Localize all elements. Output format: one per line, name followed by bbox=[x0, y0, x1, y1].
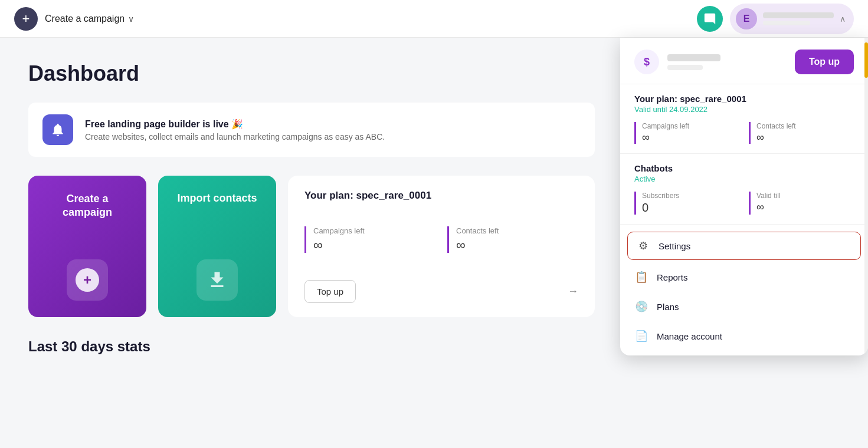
panel-plan-section: Your plan: spec_rare_0001 Valid until 24… bbox=[620, 84, 868, 154]
plan-card-title: Your plan: spec_rare_0001 bbox=[304, 190, 578, 202]
manage-account-icon: 📄 bbox=[634, 330, 648, 342]
contacts-left-value: ∞ bbox=[456, 238, 578, 253]
create-campaign-label: Create a campaign bbox=[45, 14, 125, 24]
plus-button[interactable]: + bbox=[14, 7, 38, 31]
nav-right: E ∧ bbox=[697, 4, 854, 34]
panel-campaigns-label: Campaigns left bbox=[642, 122, 739, 130]
create-campaign-button[interactable]: Create a campaign ∨ bbox=[45, 14, 134, 24]
bell-icon bbox=[50, 122, 65, 137]
balance-icon: $ bbox=[634, 50, 659, 74]
top-nav: + Create a campaign ∨ E ∧ bbox=[0, 0, 868, 38]
plan-bottom: Top up → bbox=[304, 280, 578, 303]
avatar: E bbox=[736, 8, 757, 29]
cards-row: Create a campaign + Import contacts Your… bbox=[28, 176, 595, 317]
panel-header: $ Top up bbox=[620, 38, 868, 84]
nav-left: + Create a campaign ∨ bbox=[14, 7, 134, 31]
create-campaign-card-label: Create a campaign bbox=[40, 192, 135, 220]
scrollbar-track[interactable] bbox=[864, 38, 868, 355]
plan-stat-campaigns: Campaigns left ∞ bbox=[304, 226, 435, 253]
topup-button-filled[interactable]: Top up bbox=[795, 50, 854, 74]
chatbots-stats-row: Subscribers 0 Valid till ∞ bbox=[634, 192, 854, 215]
reports-icon: 📋 bbox=[634, 271, 648, 284]
panel-stat-contacts: Contacts left ∞ bbox=[749, 122, 854, 144]
chat-icon-button[interactable] bbox=[697, 6, 723, 32]
panel-contacts-value: ∞ bbox=[756, 131, 854, 144]
campaigns-left-value: ∞ bbox=[313, 238, 435, 253]
chevron-up-icon: ∧ bbox=[840, 14, 846, 24]
arrow-right-icon: → bbox=[568, 285, 578, 298]
import-contacts-card-label: Import contacts bbox=[177, 192, 257, 205]
user-info bbox=[763, 12, 834, 25]
panel-menu-item-plans[interactable]: 💿 Plans bbox=[620, 292, 868, 321]
banner-icon bbox=[42, 114, 73, 145]
settings-label: Settings bbox=[659, 241, 690, 251]
balance-sub bbox=[667, 65, 703, 70]
panel-contacts-label: Contacts left bbox=[756, 122, 854, 130]
banner-text: Free landing page builder is live 🎉 Crea… bbox=[85, 118, 385, 141]
balance-amount bbox=[667, 54, 720, 61]
panel-plan-title: Your plan: spec_rare_0001 bbox=[634, 94, 854, 104]
plan-stat-contacts: Contacts left ∞ bbox=[447, 226, 578, 253]
plan-stats: Campaigns left ∞ Contacts left ∞ bbox=[304, 226, 578, 253]
chat-icon bbox=[703, 12, 716, 25]
contacts-left-label: Contacts left bbox=[456, 226, 578, 235]
panel-stats-row: Campaigns left ∞ Contacts left ∞ bbox=[634, 122, 854, 144]
user-dropdown-panel: $ Top up Your plan: spec_rare_0001 Valid… bbox=[620, 38, 868, 355]
panel-plan-valid: Valid until 24.09.2022 bbox=[634, 105, 854, 114]
promo-banner: Free landing page builder is live 🎉 Crea… bbox=[28, 103, 595, 157]
chatbots-title: Chatbots bbox=[634, 163, 854, 173]
user-email bbox=[763, 12, 834, 18]
chatbots-status: Active bbox=[634, 174, 854, 183]
topup-button-outline[interactable]: Top up bbox=[304, 280, 356, 303]
panel-stat-valid-till: Valid till ∞ bbox=[749, 192, 854, 215]
campaigns-left-label: Campaigns left bbox=[313, 226, 435, 235]
settings-icon: ⚙ bbox=[636, 239, 650, 252]
user-menu-button[interactable]: E ∧ bbox=[730, 4, 854, 34]
subscribers-value: 0 bbox=[642, 201, 739, 215]
valid-till-value: ∞ bbox=[756, 201, 854, 213]
download-icon bbox=[196, 259, 238, 301]
valid-till-label: Valid till bbox=[756, 192, 854, 200]
import-contacts-card[interactable]: Import contacts bbox=[158, 176, 276, 317]
panel-stat-subscribers: Subscribers 0 bbox=[634, 192, 739, 215]
create-campaign-card[interactable]: Create a campaign + bbox=[28, 176, 146, 317]
panel-menu-item-manage-account[interactable]: 📄 Manage account bbox=[620, 321, 868, 351]
create-campaign-card-icon: + bbox=[67, 259, 108, 301]
plan-card: Your plan: spec_rare_0001 Campaigns left… bbox=[288, 176, 595, 317]
panel-menu: ⚙ Settings 📋 Reports 💿 Plans 📄 Manage ac… bbox=[620, 225, 868, 355]
plans-icon: 💿 bbox=[634, 300, 648, 313]
panel-menu-item-settings[interactable]: ⚙ Settings bbox=[627, 232, 861, 260]
chevron-down-icon: ∨ bbox=[128, 14, 134, 24]
manage-account-label: Manage account bbox=[657, 331, 722, 341]
reports-label: Reports bbox=[657, 272, 688, 282]
balance-info bbox=[667, 54, 787, 70]
banner-description: Create websites, collect emails and laun… bbox=[85, 132, 385, 141]
banner-title: Free landing page builder is live 🎉 bbox=[85, 118, 385, 130]
subscribers-label: Subscribers bbox=[642, 192, 739, 200]
create-plus-icon: + bbox=[76, 268, 99, 292]
user-sub bbox=[763, 21, 810, 25]
panel-campaigns-value: ∞ bbox=[642, 131, 739, 144]
panel-chatbots-section: Chatbots Active Subscribers 0 Valid till… bbox=[620, 154, 868, 225]
scrollbar-thumb bbox=[864, 42, 868, 78]
panel-menu-item-reports[interactable]: 📋 Reports bbox=[620, 262, 868, 292]
panel-stat-campaigns: Campaigns left ∞ bbox=[634, 122, 739, 144]
plans-label: Plans bbox=[657, 302, 679, 312]
